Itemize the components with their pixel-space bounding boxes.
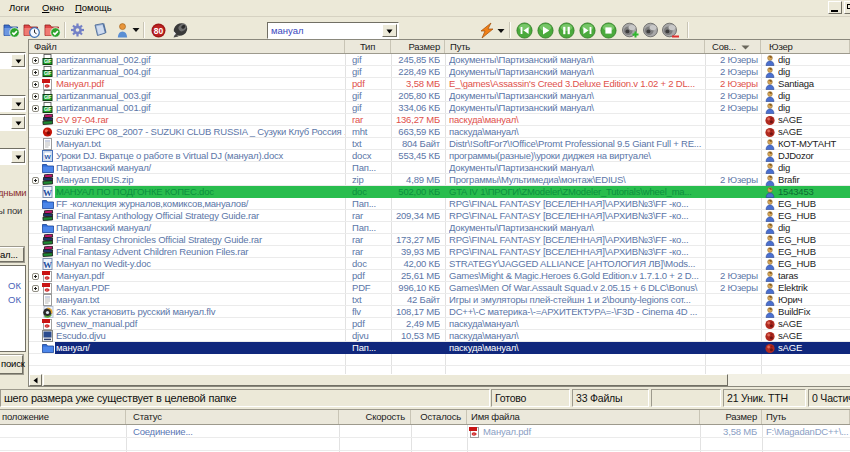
svg-text:W: W	[43, 188, 52, 198]
svg-text:GIF: GIF	[44, 59, 51, 64]
svg-text:W: W	[43, 260, 52, 270]
svg-text:GIF: GIF	[44, 71, 51, 76]
svg-text:w: w	[43, 152, 51, 161]
svg-text:GIF: GIF	[44, 95, 51, 100]
svg-text:GIF: GIF	[44, 107, 51, 112]
svg-text:80: 80	[154, 26, 164, 36]
